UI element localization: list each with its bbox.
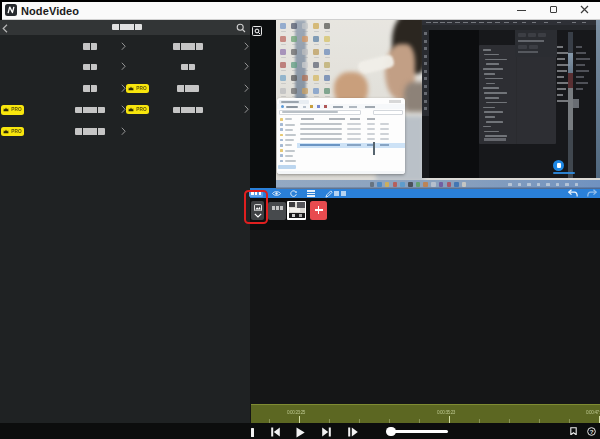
svg-text:?: ? [590,427,594,434]
